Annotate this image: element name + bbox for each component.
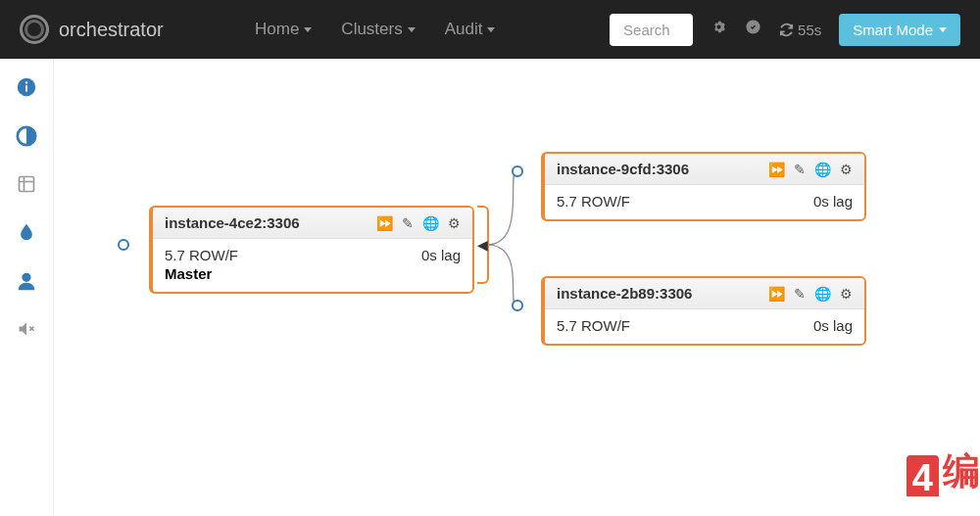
sidebar — [0, 59, 54, 516]
water-drop-icon[interactable] — [17, 221, 36, 249]
node-version: 5.7 ROW/F — [557, 193, 630, 210]
connector-dot — [512, 300, 523, 311]
fast-forward-icon[interactable]: ⏩ — [376, 215, 393, 231]
globe-icon[interactable]: 🌐 — [814, 286, 831, 302]
brand-section: orchestrator — [20, 15, 216, 44]
info-icon[interactable] — [16, 76, 37, 104]
node-lag: 0s lag — [813, 317, 853, 334]
node-master[interactable]: instance-4ce2:3306 ⏩ ✎ 🌐 ⚙ 5.7 ROW/F 0s … — [149, 206, 474, 294]
chevron-down-icon — [408, 27, 416, 32]
pencil-icon[interactable]: ✎ — [794, 286, 806, 302]
nav-audit[interactable]: Audit — [445, 20, 496, 39]
node-lag: 0s lag — [813, 193, 853, 210]
check-circle-icon[interactable] — [745, 19, 761, 40]
node-lag: 0s lag — [421, 247, 461, 263]
tasks-icon[interactable] — [17, 174, 36, 200]
watermark: 4 编 — [906, 446, 980, 496]
node-replica-1[interactable]: instance-9cfd:3306 ⏩ ✎ 🌐 ⚙ 5.7 ROW/F 0s … — [541, 152, 866, 221]
node-version: 5.7 ROW/F — [165, 247, 238, 263]
chevron-down-icon — [939, 27, 947, 32]
chevron-down-icon — [487, 27, 495, 32]
gear-icon[interactable] — [710, 19, 727, 40]
globe-icon[interactable]: 🌐 — [422, 215, 439, 231]
chevron-left-icon: ◀ — [477, 237, 488, 253]
pencil-icon[interactable]: ✎ — [402, 215, 414, 231]
fast-forward-icon[interactable]: ⏩ — [768, 162, 785, 177]
svg-point-6 — [22, 273, 30, 282]
topology-canvas: instance-4ce2:3306 ⏩ ✎ 🌐 ⚙ 5.7 ROW/F 0s … — [56, 59, 980, 516]
node-title: instance-4ce2:3306 — [165, 214, 300, 231]
connector-dot — [512, 165, 523, 177]
navbar: orchestrator Home Clusters Audit Search … — [0, 0, 980, 59]
node-version: 5.7 ROW/F — [557, 317, 630, 334]
collapse-toggle[interactable]: ◀ — [477, 206, 489, 284]
brand-text: orchestrator — [59, 19, 164, 41]
svg-rect-5 — [20, 177, 34, 192]
smart-mode-button[interactable]: Smart Mode — [839, 14, 960, 46]
contrast-icon[interactable] — [16, 125, 37, 153]
nav-clusters[interactable]: Clusters — [341, 20, 415, 39]
svg-point-3 — [25, 81, 27, 83]
mute-icon[interactable] — [16, 319, 37, 345]
node-replica-2[interactable]: instance-2b89:3306 ⏩ ✎ 🌐 ⚙ 5.7 ROW/F 0s … — [541, 276, 866, 346]
fast-forward-icon[interactable]: ⏩ — [768, 286, 785, 302]
node-title: instance-2b89:3306 — [557, 285, 692, 302]
connector-dot — [118, 239, 129, 251]
svg-rect-2 — [25, 85, 27, 91]
pencil-icon[interactable]: ✎ — [794, 162, 806, 177]
gear-icon[interactable]: ⚙ — [840, 162, 853, 177]
search-input[interactable]: Search — [610, 14, 693, 46]
chevron-down-icon — [304, 27, 312, 32]
globe-icon[interactable]: 🌐 — [814, 162, 831, 177]
gear-icon[interactable]: ⚙ — [448, 215, 461, 231]
node-role: Master — [165, 265, 461, 282]
node-title: instance-9cfd:3306 — [557, 161, 689, 177]
gear-icon[interactable]: ⚙ — [840, 286, 853, 302]
logo-icon — [20, 15, 49, 44]
nav-home[interactable]: Home — [255, 20, 312, 39]
user-icon[interactable] — [16, 270, 37, 298]
refresh-timer[interactable]: 55s — [779, 22, 821, 38]
